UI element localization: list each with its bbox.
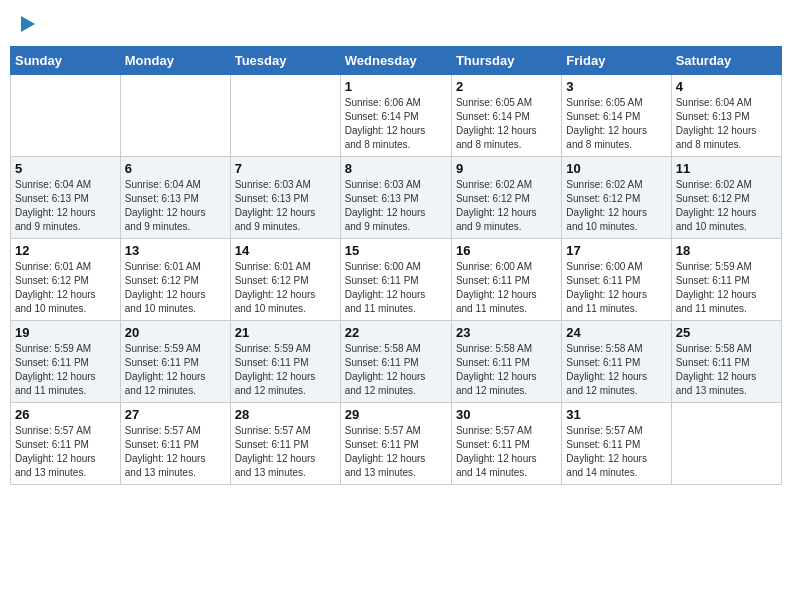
day-number: 14 [235, 243, 336, 258]
day-info: Sunrise: 6:01 AM Sunset: 6:12 PM Dayligh… [15, 260, 116, 316]
day-info: Sunrise: 5:57 AM Sunset: 6:11 PM Dayligh… [235, 424, 336, 480]
day-info: Sunrise: 5:58 AM Sunset: 6:11 PM Dayligh… [566, 342, 666, 398]
day-info: Sunrise: 6:05 AM Sunset: 6:14 PM Dayligh… [456, 96, 557, 152]
col-header-saturday: Saturday [671, 47, 781, 75]
calendar-cell: 6Sunrise: 6:04 AM Sunset: 6:13 PM Daylig… [120, 157, 230, 239]
day-number: 29 [345, 407, 447, 422]
calendar-cell: 30Sunrise: 5:57 AM Sunset: 6:11 PM Dayli… [451, 403, 561, 485]
calendar-cell: 10Sunrise: 6:02 AM Sunset: 6:12 PM Dayli… [562, 157, 671, 239]
day-info: Sunrise: 5:57 AM Sunset: 6:11 PM Dayligh… [345, 424, 447, 480]
day-number: 3 [566, 79, 666, 94]
day-info: Sunrise: 5:57 AM Sunset: 6:11 PM Dayligh… [566, 424, 666, 480]
day-number: 11 [676, 161, 777, 176]
calendar-week-row: 5Sunrise: 6:04 AM Sunset: 6:13 PM Daylig… [11, 157, 782, 239]
day-number: 28 [235, 407, 336, 422]
calendar-cell: 24Sunrise: 5:58 AM Sunset: 6:11 PM Dayli… [562, 321, 671, 403]
calendar-cell: 22Sunrise: 5:58 AM Sunset: 6:11 PM Dayli… [340, 321, 451, 403]
calendar-cell: 13Sunrise: 6:01 AM Sunset: 6:12 PM Dayli… [120, 239, 230, 321]
calendar-cell: 2Sunrise: 6:05 AM Sunset: 6:14 PM Daylig… [451, 75, 561, 157]
calendar-cell: 14Sunrise: 6:01 AM Sunset: 6:12 PM Dayli… [230, 239, 340, 321]
calendar-week-row: 1Sunrise: 6:06 AM Sunset: 6:14 PM Daylig… [11, 75, 782, 157]
day-info: Sunrise: 6:03 AM Sunset: 6:13 PM Dayligh… [235, 178, 336, 234]
day-info: Sunrise: 6:02 AM Sunset: 6:12 PM Dayligh… [456, 178, 557, 234]
col-header-tuesday: Tuesday [230, 47, 340, 75]
calendar-cell: 1Sunrise: 6:06 AM Sunset: 6:14 PM Daylig… [340, 75, 451, 157]
day-number: 13 [125, 243, 226, 258]
day-number: 15 [345, 243, 447, 258]
day-info: Sunrise: 6:04 AM Sunset: 6:13 PM Dayligh… [15, 178, 116, 234]
logo [18, 16, 35, 32]
day-info: Sunrise: 5:59 AM Sunset: 6:11 PM Dayligh… [15, 342, 116, 398]
calendar-cell: 16Sunrise: 6:00 AM Sunset: 6:11 PM Dayli… [451, 239, 561, 321]
day-info: Sunrise: 6:06 AM Sunset: 6:14 PM Dayligh… [345, 96, 447, 152]
day-number: 23 [456, 325, 557, 340]
day-info: Sunrise: 6:02 AM Sunset: 6:12 PM Dayligh… [676, 178, 777, 234]
day-info: Sunrise: 6:02 AM Sunset: 6:12 PM Dayligh… [566, 178, 666, 234]
calendar-cell: 21Sunrise: 5:59 AM Sunset: 6:11 PM Dayli… [230, 321, 340, 403]
day-info: Sunrise: 5:58 AM Sunset: 6:11 PM Dayligh… [345, 342, 447, 398]
calendar-cell [671, 403, 781, 485]
day-number: 20 [125, 325, 226, 340]
calendar-cell [11, 75, 121, 157]
day-info: Sunrise: 6:04 AM Sunset: 6:13 PM Dayligh… [676, 96, 777, 152]
calendar-week-row: 19Sunrise: 5:59 AM Sunset: 6:11 PM Dayli… [11, 321, 782, 403]
col-header-thursday: Thursday [451, 47, 561, 75]
calendar-cell: 17Sunrise: 6:00 AM Sunset: 6:11 PM Dayli… [562, 239, 671, 321]
col-header-sunday: Sunday [11, 47, 121, 75]
day-info: Sunrise: 5:57 AM Sunset: 6:11 PM Dayligh… [15, 424, 116, 480]
day-info: Sunrise: 5:58 AM Sunset: 6:11 PM Dayligh… [676, 342, 777, 398]
day-number: 26 [15, 407, 116, 422]
day-number: 4 [676, 79, 777, 94]
calendar-cell: 8Sunrise: 6:03 AM Sunset: 6:13 PM Daylig… [340, 157, 451, 239]
day-info: Sunrise: 5:59 AM Sunset: 6:11 PM Dayligh… [676, 260, 777, 316]
calendar-table: SundayMondayTuesdayWednesdayThursdayFrid… [10, 46, 782, 485]
calendar-cell: 19Sunrise: 5:59 AM Sunset: 6:11 PM Dayli… [11, 321, 121, 403]
calendar-cell: 5Sunrise: 6:04 AM Sunset: 6:13 PM Daylig… [11, 157, 121, 239]
calendar-cell: 20Sunrise: 5:59 AM Sunset: 6:11 PM Dayli… [120, 321, 230, 403]
day-number: 21 [235, 325, 336, 340]
calendar-cell: 15Sunrise: 6:00 AM Sunset: 6:11 PM Dayli… [340, 239, 451, 321]
day-number: 19 [15, 325, 116, 340]
calendar-cell: 11Sunrise: 6:02 AM Sunset: 6:12 PM Dayli… [671, 157, 781, 239]
day-number: 7 [235, 161, 336, 176]
calendar-cell: 23Sunrise: 5:58 AM Sunset: 6:11 PM Dayli… [451, 321, 561, 403]
day-number: 8 [345, 161, 447, 176]
col-header-monday: Monday [120, 47, 230, 75]
day-number: 2 [456, 79, 557, 94]
day-info: Sunrise: 6:00 AM Sunset: 6:11 PM Dayligh… [456, 260, 557, 316]
calendar-cell: 27Sunrise: 5:57 AM Sunset: 6:11 PM Dayli… [120, 403, 230, 485]
calendar-cell: 29Sunrise: 5:57 AM Sunset: 6:11 PM Dayli… [340, 403, 451, 485]
day-number: 5 [15, 161, 116, 176]
day-number: 12 [15, 243, 116, 258]
calendar-cell: 25Sunrise: 5:58 AM Sunset: 6:11 PM Dayli… [671, 321, 781, 403]
day-info: Sunrise: 6:01 AM Sunset: 6:12 PM Dayligh… [235, 260, 336, 316]
day-number: 27 [125, 407, 226, 422]
calendar-header-row: SundayMondayTuesdayWednesdayThursdayFrid… [11, 47, 782, 75]
calendar-cell: 9Sunrise: 6:02 AM Sunset: 6:12 PM Daylig… [451, 157, 561, 239]
day-number: 30 [456, 407, 557, 422]
calendar-cell: 28Sunrise: 5:57 AM Sunset: 6:11 PM Dayli… [230, 403, 340, 485]
calendar-cell: 26Sunrise: 5:57 AM Sunset: 6:11 PM Dayli… [11, 403, 121, 485]
day-number: 17 [566, 243, 666, 258]
logo-arrow-icon [21, 16, 35, 32]
day-number: 6 [125, 161, 226, 176]
page-header [10, 10, 782, 38]
calendar-cell: 18Sunrise: 5:59 AM Sunset: 6:11 PM Dayli… [671, 239, 781, 321]
day-number: 16 [456, 243, 557, 258]
col-header-wednesday: Wednesday [340, 47, 451, 75]
calendar-cell: 12Sunrise: 6:01 AM Sunset: 6:12 PM Dayli… [11, 239, 121, 321]
col-header-friday: Friday [562, 47, 671, 75]
day-number: 22 [345, 325, 447, 340]
calendar-cell: 31Sunrise: 5:57 AM Sunset: 6:11 PM Dayli… [562, 403, 671, 485]
day-info: Sunrise: 6:04 AM Sunset: 6:13 PM Dayligh… [125, 178, 226, 234]
day-info: Sunrise: 6:00 AM Sunset: 6:11 PM Dayligh… [345, 260, 447, 316]
day-info: Sunrise: 6:01 AM Sunset: 6:12 PM Dayligh… [125, 260, 226, 316]
day-info: Sunrise: 6:00 AM Sunset: 6:11 PM Dayligh… [566, 260, 666, 316]
day-number: 25 [676, 325, 777, 340]
calendar-week-row: 12Sunrise: 6:01 AM Sunset: 6:12 PM Dayli… [11, 239, 782, 321]
calendar-week-row: 26Sunrise: 5:57 AM Sunset: 6:11 PM Dayli… [11, 403, 782, 485]
day-info: Sunrise: 5:59 AM Sunset: 6:11 PM Dayligh… [125, 342, 226, 398]
day-info: Sunrise: 5:57 AM Sunset: 6:11 PM Dayligh… [125, 424, 226, 480]
day-info: Sunrise: 5:58 AM Sunset: 6:11 PM Dayligh… [456, 342, 557, 398]
day-number: 10 [566, 161, 666, 176]
